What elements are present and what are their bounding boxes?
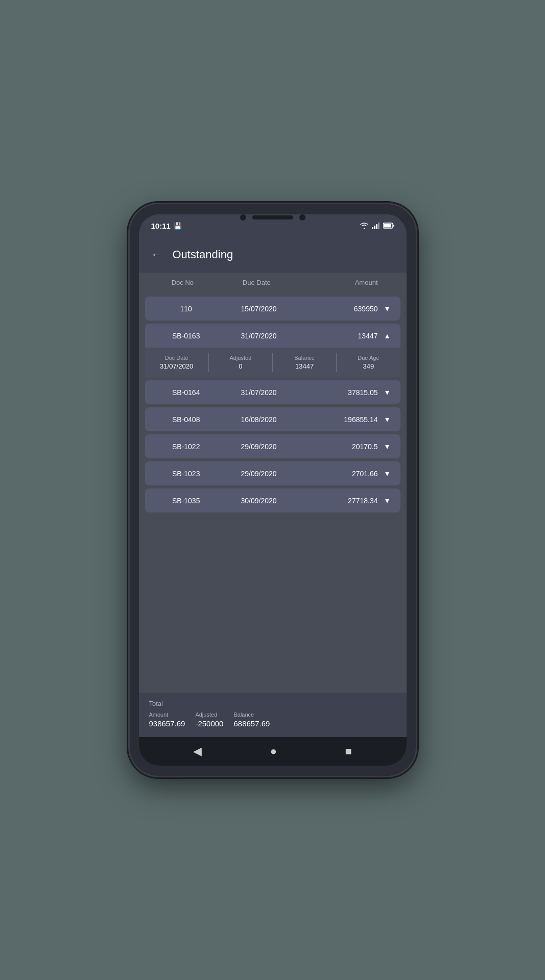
amount: 37815.05 [298, 388, 377, 397]
svg-rect-0 [372, 227, 373, 229]
footer-adjusted-label: Adjusted [195, 712, 223, 718]
amount: 20170.5 [298, 443, 377, 451]
balance-label: Balance [277, 355, 332, 361]
svg-rect-1 [374, 226, 375, 229]
row-detail: Doc Date 31/07/2020 Adjusted 0 Balance 1… [145, 348, 400, 377]
due-date: 30/09/2020 [219, 497, 298, 505]
amount: 27718.34 [298, 497, 377, 505]
amount: 196855.14 [298, 415, 377, 424]
svg-rect-3 [378, 223, 380, 229]
list-item: SB-0408 16/08/2020 196855.14 ▾ [145, 407, 400, 431]
nav-bar: ◀ ● ■ [139, 737, 407, 766]
total-label: Total [149, 700, 396, 707]
detail-balance: Balance 13447 [273, 353, 337, 372]
doc-date-label: Doc Date [149, 355, 204, 361]
outstanding-list: 110 15/07/2020 639950 ▾ SB-0163 31/07/20… [139, 292, 407, 693]
doc-no: SB-1035 [153, 497, 219, 505]
notch-area [240, 214, 305, 220]
due-date: 16/08/2020 [219, 415, 298, 424]
nav-home-button[interactable]: ● [266, 741, 281, 762]
footer-adjusted-value: -250000 [195, 719, 223, 728]
due-date: 31/07/2020 [219, 332, 298, 340]
footer-totals: Total Amount 938657.69 Adjusted -250000 … [139, 693, 407, 737]
footer-balance-col: Balance 688657.69 [233, 712, 270, 728]
doc-no: SB-0163 [153, 332, 219, 340]
footer-balance-label: Balance [233, 712, 270, 718]
amount: 639950 [298, 305, 377, 313]
due-date: 29/09/2020 [219, 443, 298, 451]
footer-amount-label: Amount [149, 712, 185, 718]
detail-doc-date: Doc Date 31/07/2020 [145, 353, 209, 372]
due-age-label: Due Age [341, 355, 396, 361]
due-date: 29/09/2020 [219, 470, 298, 478]
list-item-row[interactable]: 110 15/07/2020 639950 ▾ [145, 297, 400, 321]
chevron-down-icon: ▾ [382, 469, 392, 478]
page-title: Outstanding [173, 248, 233, 261]
amount: 13447 [298, 332, 377, 340]
phone-shell: 10:11 💾 [130, 204, 416, 776]
footer-amount-col: Amount 938657.69 [149, 712, 185, 728]
list-item-row[interactable]: SB-1023 29/09/2020 2701.66 ▾ [145, 461, 400, 485]
col-header-doc-no: Doc No [149, 279, 217, 286]
chevron-down-icon: ▾ [382, 414, 392, 424]
list-item: SB-0164 31/07/2020 37815.05 ▾ [145, 380, 400, 404]
nav-recents-button[interactable]: ■ [341, 741, 356, 762]
battery-icon [383, 223, 394, 229]
doc-no: SB-1023 [153, 470, 219, 478]
chevron-down-icon: ▾ [382, 442, 392, 451]
app-content: ← Outstanding Doc No Due Date Amount 110… [139, 237, 407, 766]
footer-values: Amount 938657.69 Adjusted -250000 Balanc… [149, 712, 396, 728]
adjusted-value: 0 [213, 362, 268, 370]
nav-back-button[interactable]: ◀ [189, 741, 206, 762]
adjusted-label: Adjusted [213, 355, 268, 361]
amount: 2701.66 [298, 470, 377, 478]
front-sensor [299, 214, 305, 220]
svg-rect-5 [393, 225, 394, 227]
doc-no: SB-1022 [153, 443, 219, 451]
status-icons [360, 222, 394, 229]
footer-adjusted-col: Adjusted -250000 [195, 712, 223, 728]
doc-no: SB-0164 [153, 388, 219, 397]
list-item-row[interactable]: SB-1035 30/09/2020 27718.34 ▾ [145, 488, 400, 512]
col-header-amount: Amount [297, 279, 396, 286]
list-item: SB-1023 29/09/2020 2701.66 ▾ [145, 461, 400, 485]
chevron-up-icon: ▴ [382, 331, 392, 340]
footer-amount-value: 938657.69 [149, 719, 185, 728]
speaker-bar [252, 215, 293, 219]
doc-no: 110 [153, 305, 219, 313]
list-item: SB-0163 31/07/2020 13447 ▴ Doc Date 31/0… [145, 324, 400, 377]
chevron-down-icon: ▾ [382, 387, 392, 397]
due-date: 15/07/2020 [219, 305, 298, 313]
due-date: 31/07/2020 [219, 388, 298, 397]
balance-value: 13447 [277, 362, 332, 370]
list-item: SB-1035 30/09/2020 27718.34 ▾ [145, 488, 400, 512]
chevron-down-icon: ▾ [382, 496, 392, 505]
list-item: SB-1022 29/09/2020 20170.5 ▾ [145, 434, 400, 458]
col-header-due-date: Due Date [216, 279, 297, 286]
doc-no: SB-0408 [153, 415, 219, 424]
due-age-value: 349 [341, 362, 396, 370]
wifi-icon [360, 222, 369, 229]
detail-due-age: Due Age 349 [337, 353, 400, 372]
list-item-row[interactable]: SB-0163 31/07/2020 13447 ▴ [145, 324, 400, 348]
detail-adjusted: Adjusted 0 [209, 353, 273, 372]
header: ← Outstanding [139, 237, 407, 273]
list-item-row[interactable]: SB-0408 16/08/2020 196855.14 ▾ [145, 407, 400, 431]
svg-rect-6 [384, 224, 391, 228]
list-item-row[interactable]: SB-0164 31/07/2020 37815.05 ▾ [145, 380, 400, 404]
column-headers: Doc No Due Date Amount [139, 273, 407, 292]
list-item: 110 15/07/2020 639950 ▾ [145, 297, 400, 321]
signal-icon [372, 222, 380, 229]
list-item-row[interactable]: SB-1022 29/09/2020 20170.5 ▾ [145, 434, 400, 458]
status-time: 10:11 [151, 222, 171, 230]
camera-dot [240, 214, 246, 220]
doc-date-value: 31/07/2020 [149, 362, 204, 370]
sd-card-icon: 💾 [174, 222, 182, 230]
chevron-down-icon: ▾ [382, 304, 392, 313]
svg-rect-2 [376, 224, 377, 229]
screen: 10:11 💾 [139, 214, 407, 766]
back-button[interactable]: ← [149, 246, 164, 263]
footer-balance-value: 688657.69 [233, 719, 270, 728]
